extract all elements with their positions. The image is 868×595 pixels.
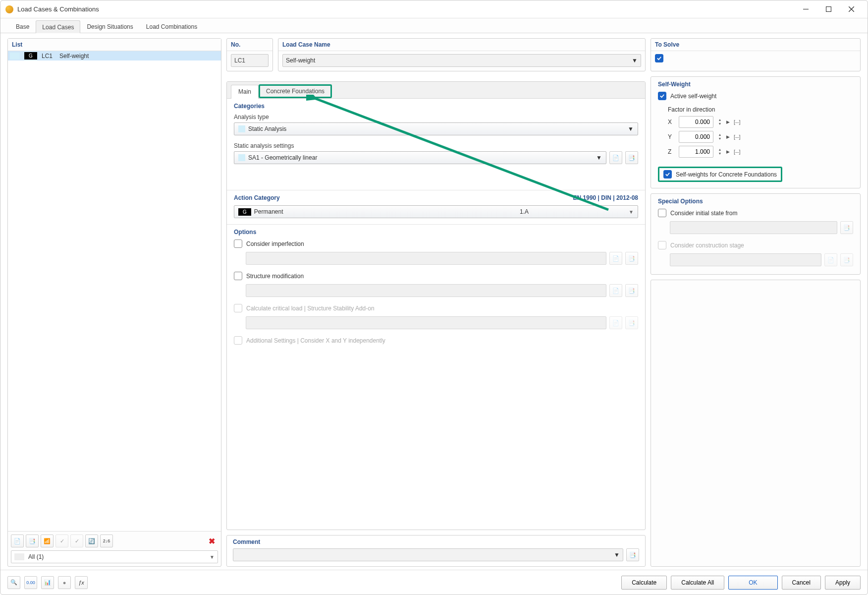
main-tabstrip: Base Load Cases Design Situations Load C… [0,18,868,33]
analysis-type-label: Analysis type [234,114,638,120]
special-title: Special Options [658,198,853,205]
analysis-type-select[interactable]: Static Analysis ▼ [234,122,638,135]
critical-checkbox [234,304,242,312]
play-icon[interactable]: ▶ [726,119,730,124]
additional-checkbox [234,336,242,345]
action-category-select[interactable]: G Permanent 1.A ▼ [234,205,638,218]
check-up-button[interactable]: ✓ [70,535,83,547]
comment-edit-button[interactable]: 📑 [626,548,639,561]
name-value: Self-weight [286,57,315,64]
construction-stage-checkbox [658,241,666,249]
initial-state-edit-button[interactable]: 📑 [840,221,853,234]
spinner-x[interactable]: ▲▼ [717,118,722,126]
category-badge: G [24,52,37,60]
tab-base[interactable]: Base [9,20,36,33]
check-down-button[interactable]: ✓ [55,535,68,547]
graphics-button[interactable]: 📊 [41,576,54,589]
factor-direction-label: Factor in direction [658,106,853,113]
structmod-edit-button[interactable]: 📑 [625,284,638,297]
spinner-y[interactable]: ▲▼ [717,133,722,141]
chevron-down-icon: ▼ [596,154,602,161]
options-title: Options [234,229,638,236]
no-input[interactable] [231,54,269,67]
app-icon [5,5,13,13]
chevron-down-icon: ▼ [614,551,620,558]
sas-value: SA1 - Geometrically linear [248,154,317,161]
comment-combo[interactable]: ▼ [233,548,623,561]
list-item-id: LC1 [40,51,57,60]
copy-item-button[interactable]: 📑 [26,535,39,547]
reorder-button[interactable]: 📶 [41,535,54,547]
units-button[interactable]: 0.00 [24,576,37,589]
no-group: No. [226,38,273,71]
list-item[interactable]: G LC1 Self-weight [8,51,221,60]
ac-name: Permanent [254,208,283,215]
list-item-name: Self-weight [57,51,221,60]
spinner-z[interactable]: ▲▼ [717,148,722,156]
tab-load-cases[interactable]: Load Cases [36,20,80,33]
delete-button[interactable]: ✖ [205,535,218,547]
axis-x-label: X [668,119,675,125]
play-icon[interactable]: ▶ [726,149,730,154]
script-button[interactable]: ƒx [75,576,88,589]
sas-label: Static analysis settings [234,142,638,149]
tab-design-situations[interactable]: Design Situations [80,20,139,33]
additional-label: Additional Settings | Consider X and Y i… [246,337,385,344]
construction-stage-field [670,253,821,266]
sas-new-button[interactable]: 📄 [609,151,622,164]
titlebar: Load Cases & Combinations [0,0,868,18]
apply-button[interactable]: Apply [825,576,861,590]
selfweight-cf-highlight: Self-weights for Concrete Foundations [658,167,782,182]
factor-y-input[interactable] [679,131,713,143]
critical-edit-button: 📑 [625,316,638,329]
ok-button[interactable]: OK [728,576,777,590]
imperfection-label: Consider imperfection [246,240,304,247]
selfweight-cf-label: Self-weights for Concrete Foundations [676,171,777,178]
subtab-concrete-foundations[interactable]: Concrete Foundations [259,84,332,98]
imperfection-new-button[interactable]: 📄 [609,252,622,265]
factor-z-input[interactable] [679,146,713,158]
critical-label: Calculate critical load | Structure Stab… [246,305,375,312]
structmod-label: Structure modification [246,273,304,280]
new-item-button[interactable]: 📄 [11,535,24,547]
cancel-button[interactable]: Cancel [782,576,821,590]
construction-stage-edit-button: 📑 [840,253,853,266]
renumber-button[interactable]: 2↓6 [100,535,113,547]
to-solve-checkbox[interactable] [655,54,663,62]
active-selfweight-checkbox[interactable] [658,92,666,100]
factor-x-input[interactable] [679,116,713,128]
list-area[interactable]: G LC1 Self-weight [8,51,221,531]
maximize-button[interactable] [817,2,840,17]
imperfection-checkbox[interactable] [234,239,242,248]
construction-stage-label: Consider construction stage [670,242,744,249]
filter-combo[interactable]: All (1) ▼ [11,550,218,563]
tab-load-combinations[interactable]: Load Combinations [140,20,204,33]
minimize-button[interactable] [794,2,817,17]
play-icon[interactable]: ▶ [726,134,730,139]
name-group: Load Case Name Self-weight ▼ [278,38,646,71]
calculate-all-button[interactable]: Calculate All [671,576,724,590]
help-button[interactable]: 🔍 [7,576,20,589]
selfweight-cf-checkbox[interactable] [663,170,672,178]
structmod-new-button[interactable]: 📄 [609,284,622,297]
list-header: List [8,39,221,51]
ac-code: 1.A [516,208,625,215]
structmod-checkbox[interactable] [234,272,242,280]
selfweight-title: Self-Weight [658,81,853,88]
subtab-main[interactable]: Main [231,85,259,99]
svg-rect-1 [826,7,831,12]
close-button[interactable] [840,2,863,17]
comment-title: Comment [233,538,639,545]
calculate-button[interactable]: Calculate [621,576,667,590]
sas-edit-button[interactable]: 📑 [625,151,638,164]
initial-state-checkbox[interactable] [658,209,666,217]
refresh-button[interactable]: 🔄 [85,535,98,547]
window-title: Load Cases & Combinations [17,5,99,13]
sas-select[interactable]: SA1 - Geometrically linear ▼ [234,151,606,164]
imperfection-edit-button[interactable]: 📑 [625,252,638,265]
name-combo[interactable]: Self-weight ▼ [282,54,641,67]
list-panel: List G LC1 Self-weight 📄 📑 📶 ✓ [7,38,221,567]
record-button[interactable]: ● [58,576,71,589]
initial-state-label: Consider initial state from [670,210,737,217]
color-chip [10,53,20,60]
